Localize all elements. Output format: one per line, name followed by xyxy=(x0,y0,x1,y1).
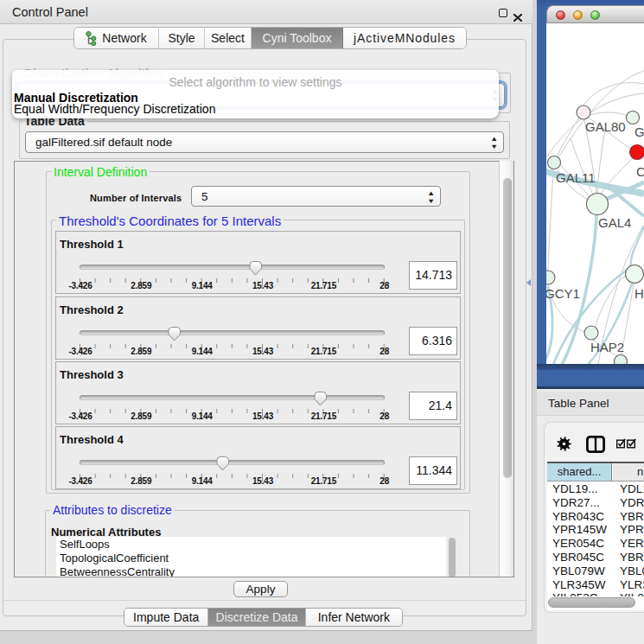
svg-text:GAL4: GAL4 xyxy=(598,215,631,230)
svg-text:HAP2: HAP2 xyxy=(590,340,624,354)
svg-text:C: C xyxy=(636,164,644,179)
svg-text:GAL80: GAL80 xyxy=(585,119,626,134)
svg-text:GCY1: GCY1 xyxy=(546,286,580,301)
svg-text:GAL11: GAL11 xyxy=(556,170,596,185)
svg-text:GA: GA xyxy=(634,124,644,139)
svg-text:H: H xyxy=(634,286,644,301)
